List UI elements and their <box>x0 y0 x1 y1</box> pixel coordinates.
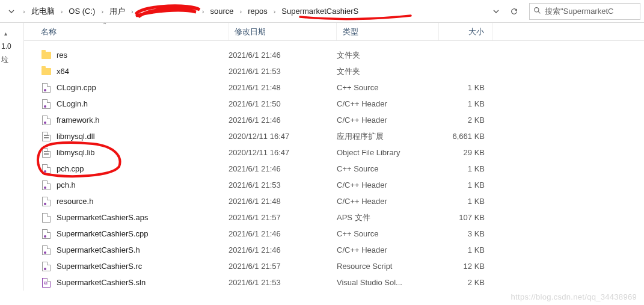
file-name: SupermarketCashierS.aps <box>57 213 148 222</box>
file-size: 3 KB <box>439 229 493 238</box>
column-header-date[interactable]: 修改日期 <box>228 23 337 40</box>
file-type: APS 文件 <box>337 212 439 223</box>
file-type: 文件夹 <box>337 50 439 61</box>
file-size: 1 KB <box>439 164 493 173</box>
file-icon <box>41 164 52 174</box>
file-row[interactable]: SupermarketCashierS.h2021/6/1 21:46C/C++… <box>24 242 644 258</box>
file-row[interactable]: CLogin.cpp2021/6/1 21:48C++ Source1 KB <box>24 79 644 96</box>
file-icon <box>41 212 52 223</box>
redacted-scribble <box>141 5 195 16</box>
file-name: framework.h <box>57 116 100 125</box>
crumb-repos[interactable]: repos <box>245 5 270 17</box>
file-name: pch.cpp <box>57 164 84 173</box>
file-row[interactable]: res2021/6/1 21:46文件夹 <box>24 47 644 63</box>
file-row[interactable]: pch.h2021/6/1 21:53C/C++ Header1 KB <box>24 177 644 193</box>
history-dropdown-icon[interactable] <box>4 4 19 19</box>
file-name: SupermarketCashierS.h <box>57 245 140 254</box>
file-date: 2021/6/1 21:46 <box>228 51 337 60</box>
file-name: res <box>57 51 67 60</box>
file-date: 2021/6/1 21:46 <box>228 164 337 173</box>
breadcrumb: › 此电脑 › OS (C:) › 用户 › › source › repos … <box>19 3 504 19</box>
file-name: CLogin.h <box>57 99 88 108</box>
file-icon <box>41 82 52 93</box>
chevron-right-icon[interactable]: › <box>19 8 29 15</box>
address-bar: › 此电脑 › OS (C:) › 用户 › › source › repos … <box>0 0 644 23</box>
file-row[interactable]: ⧉SupermarketCashierS.sln2021/6/1 21:53Vi… <box>24 274 644 291</box>
address-dropdown-icon[interactable] <box>488 4 504 19</box>
file-size: 2 KB <box>439 116 493 125</box>
chevron-right-icon[interactable]: › <box>127 8 137 15</box>
file-date: 2021/6/1 21:48 <box>228 197 337 206</box>
file-type: C/C++ Header <box>337 180 439 189</box>
file-size: 1 KB <box>439 245 493 254</box>
file-row[interactable]: SupermarketCashierS.rc2021/6/1 21:57Reso… <box>24 258 644 274</box>
file-icon <box>41 99 52 109</box>
file-row[interactable]: x642021/6/1 21:53文件夹 <box>24 63 644 79</box>
chevron-right-icon[interactable]: › <box>198 8 208 15</box>
file-name: libmysql.lib <box>57 148 95 157</box>
file-size: 1 KB <box>439 197 493 206</box>
file-icon <box>41 147 52 158</box>
file-icon <box>41 229 52 239</box>
file-type: C/C++ Header <box>337 197 439 206</box>
crumb-drive-c[interactable]: OS (C:) <box>66 5 97 17</box>
file-row[interactable]: SupermarketCashierS.aps2021/6/1 21:57APS… <box>24 209 644 226</box>
file-name: CLogin.cpp <box>57 83 96 92</box>
file-type: C/C++ Header <box>337 99 439 108</box>
file-icon <box>41 131 52 142</box>
crumb-project[interactable]: SupermarketCashierS <box>279 5 361 17</box>
chevron-right-icon[interactable]: › <box>57 8 67 15</box>
search-icon <box>533 7 541 16</box>
file-type: Resource Script <box>337 262 439 271</box>
crumb-user-redacted[interactable] <box>137 3 198 19</box>
file-icon <box>41 115 52 126</box>
crumb-source[interactable]: source <box>207 5 236 17</box>
svg-point-0 <box>535 7 539 11</box>
file-row[interactable]: SupermarketCashierS.cpp2021/6/1 21:46C++… <box>24 226 644 242</box>
file-icon <box>41 196 52 207</box>
chevron-right-icon[interactable]: › <box>270 8 280 15</box>
file-type: C/C++ Header <box>337 245 439 254</box>
sort-indicator-icon: ⌃ <box>102 22 107 28</box>
file-type: C++ Source <box>337 229 439 238</box>
left-item[interactable]: 垃 <box>1 53 21 66</box>
file-icon <box>41 50 52 61</box>
file-name: x64 <box>57 67 69 76</box>
file-row[interactable]: pch.cpp2021/6/1 21:46C++ Source1 KB <box>24 161 644 177</box>
file-icon <box>41 180 52 191</box>
left-panel: ▴ 1.0 垃 <box>0 23 24 291</box>
file-date: 2021/6/1 21:48 <box>228 83 337 92</box>
file-size: 107 KB <box>439 213 493 222</box>
search-input[interactable]: 搜索"SupermarketC <box>529 3 640 20</box>
refresh-button[interactable] <box>506 4 522 19</box>
left-item[interactable]: 1.0 <box>1 40 21 53</box>
file-row[interactable]: CLogin.h2021/6/1 21:50C/C++ Header1 KB <box>24 96 644 112</box>
chevron-right-icon[interactable]: › <box>236 8 245 15</box>
file-date: 2021/6/1 21:53 <box>228 67 337 76</box>
column-header-size[interactable]: 大小 <box>439 23 493 40</box>
file-name: pch.h <box>57 180 76 189</box>
file-size: 6,661 KB <box>439 132 493 141</box>
file-row[interactable]: libmysql.dll2020/12/11 16:47应用程序扩展6,661 … <box>24 128 644 144</box>
file-row[interactable]: framework.h2021/6/1 21:46C/C++ Header2 K… <box>24 112 644 128</box>
file-type: 应用程序扩展 <box>337 131 439 142</box>
file-name: SupermarketCashierS.sln <box>57 278 146 287</box>
column-header-type[interactable]: 类型 <box>337 23 439 40</box>
crumb-this-pc[interactable]: 此电脑 <box>29 4 57 19</box>
file-type: C++ Source <box>337 83 439 92</box>
file-size: 29 KB <box>439 148 493 157</box>
collapse-icon[interactable]: ▴ <box>1 30 10 37</box>
chevron-right-icon[interactable]: › <box>97 8 107 15</box>
file-size: 1 KB <box>439 99 493 108</box>
file-date: 2021/6/1 21:53 <box>228 278 337 287</box>
file-type: Visual Studio Sol... <box>337 278 439 287</box>
file-type: Object File Library <box>337 148 439 157</box>
file-type: C++ Source <box>337 164 439 173</box>
file-icon <box>41 261 52 272</box>
file-date: 2020/12/11 16:47 <box>228 132 337 141</box>
column-header-name[interactable]: 名称 <box>24 23 228 40</box>
svg-line-1 <box>538 11 540 13</box>
file-row[interactable]: libmysql.lib2020/12/11 16:47Object File … <box>24 144 644 161</box>
file-row[interactable]: resource.h2021/6/1 21:48C/C++ Header1 KB <box>24 193 644 209</box>
crumb-users[interactable]: 用户 <box>107 4 127 19</box>
